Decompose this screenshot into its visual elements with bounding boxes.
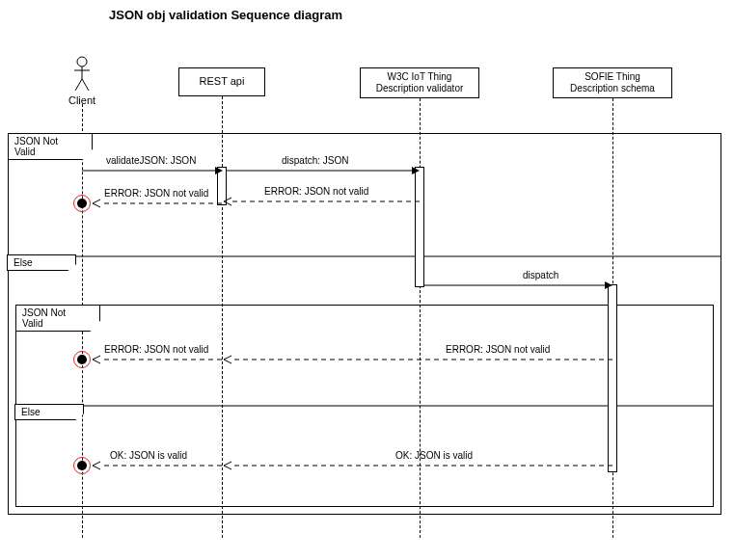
termination-2	[73, 351, 91, 368]
sequence-diagram: JSON obj validation Sequence diagram Cli…	[0, 0, 734, 560]
guard-json-not-valid-2: JSON Not Valid	[15, 305, 100, 332]
participant-rest: REST api	[178, 67, 265, 96]
msg-error-1	[222, 198, 420, 205]
else-divider-outer	[8, 255, 721, 257]
svg-point-0	[77, 57, 87, 67]
activation-sofie	[608, 284, 617, 472]
msg-ok-2	[91, 462, 222, 469]
msg-error-2	[91, 200, 222, 207]
guard-else-inner: Else	[14, 404, 84, 420]
participant-sofie-label: SOFIE Thing Description schema	[570, 71, 655, 94]
diagram-title: JSON obj validation Sequence diagram	[109, 8, 342, 22]
actor-client: Client	[68, 56, 96, 106]
msg-ok-1	[222, 462, 612, 469]
msg-error-2-label: ERROR: JSON not valid	[102, 188, 210, 199]
activation-w3c	[415, 167, 424, 287]
msg-error-1-label: ERROR: JSON not valid	[262, 186, 370, 197]
participant-rest-label: REST api	[200, 75, 245, 88]
actor-icon	[72, 56, 92, 93]
msg-error-3-label: ERROR: JSON not valid	[444, 344, 552, 355]
msg-error-3	[222, 356, 612, 363]
svg-line-3	[75, 79, 82, 91]
svg-marker-10	[412, 167, 420, 174]
msg-validate-json	[82, 167, 222, 174]
msg-dispatch	[424, 281, 612, 289]
participant-w3c: W3C IoT Thing Description validator	[360, 67, 479, 98]
termination-1	[73, 195, 91, 212]
guard-else-outer: Else	[7, 254, 76, 271]
guard-json-not-valid-1: JSON Not Valid	[8, 133, 93, 160]
msg-ok-1-label: OK: JSON is valid	[394, 450, 475, 461]
svg-marker-8	[215, 167, 223, 174]
svg-marker-14	[605, 281, 612, 289]
msg-dispatch-json	[227, 167, 420, 174]
termination-3	[73, 457, 91, 474]
msg-ok-2-label: OK: JSON is valid	[108, 450, 189, 461]
svg-line-4	[82, 79, 89, 91]
participant-sofie: SOFIE Thing Description schema	[553, 67, 672, 98]
msg-dispatch-label: dispatch	[521, 270, 560, 280]
msg-validate-json-label: validateJSON: JSON	[104, 155, 198, 166]
participant-w3c-label: W3C IoT Thing Description validator	[376, 71, 464, 94]
msg-dispatch-json-label: dispatch: JSON	[280, 155, 350, 166]
msg-error-4-label: ERROR: JSON not valid	[102, 344, 210, 355]
msg-error-4	[91, 356, 222, 363]
